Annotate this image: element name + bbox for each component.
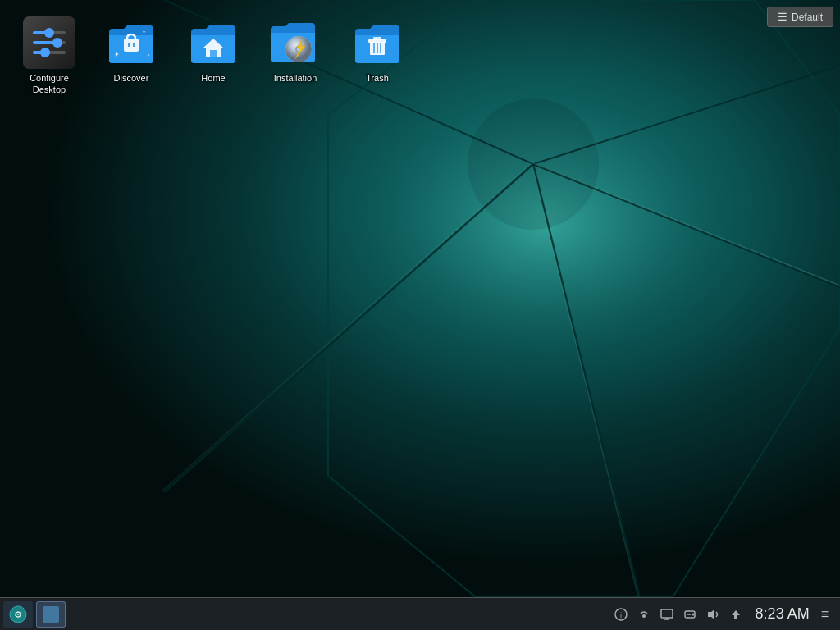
svg-rect-47 <box>661 609 673 618</box>
configure-desktop-label: Configure Desktop <box>30 72 69 96</box>
system-clock[interactable]: 8:23 AM <box>756 605 810 623</box>
taskbar-app-button[interactable] <box>36 601 66 628</box>
display-tray-icon[interactable] <box>659 606 675 623</box>
svg-rect-23 <box>124 39 139 52</box>
start-button[interactable]: ⚙ <box>3 601 33 628</box>
home-label: Home <box>201 72 225 84</box>
taskbar-right: i <box>613 605 840 623</box>
volume-tray-icon[interactable] <box>705 606 721 623</box>
svg-text:✦: ✦ <box>142 30 146 34</box>
arrow-up-tray-icon[interactable] <box>728 606 744 623</box>
svg-text:✦: ✦ <box>114 51 120 58</box>
svg-text:✦: ✦ <box>147 52 150 57</box>
svg-point-22 <box>40 48 50 57</box>
taskbar-menu-icon[interactable]: ≡ <box>816 607 833 622</box>
svg-text:i: i <box>620 611 622 619</box>
installation-label: Installation <box>274 72 317 84</box>
taskbar-apps <box>33 601 613 628</box>
svg-point-19 <box>52 38 62 48</box>
default-button[interactable]: ☰ Default <box>767 7 833 27</box>
discover-label: Discover <box>114 72 149 84</box>
configure-desktop-img <box>23 16 75 69</box>
home-img <box>187 16 240 69</box>
svg-rect-30 <box>210 50 217 57</box>
installation-icon[interactable]: Installation <box>258 12 332 100</box>
trash-icon[interactable]: Trash <box>340 12 414 100</box>
svg-text:⚙: ⚙ <box>14 609 22 619</box>
default-label: Default <box>792 11 823 23</box>
svg-point-11 <box>468 98 599 230</box>
topbar-right: ☰ Default <box>767 7 833 27</box>
svg-rect-43 <box>43 606 59 623</box>
svg-marker-54 <box>732 610 740 619</box>
discover-icon[interactable]: ✦ ✦ ✦ Discover <box>94 12 168 100</box>
hamburger-icon: ☰ <box>778 11 788 23</box>
svg-point-16 <box>44 28 54 38</box>
taskbar-left: ⚙ <box>0 601 33 628</box>
network-tray-icon[interactable] <box>636 606 652 623</box>
svg-marker-53 <box>708 609 714 619</box>
info-tray-icon[interactable]: i <box>613 606 629 623</box>
discover-img: ✦ ✦ ✦ <box>105 16 158 69</box>
desktop-icons: Configure Desktop ✦ ✦ ✦ Discover <box>8 8 418 104</box>
taskbar: ⚙ i <box>0 597 840 630</box>
svg-point-51 <box>692 613 694 615</box>
trash-img <box>351 16 404 69</box>
storage-tray-icon[interactable] <box>682 606 698 623</box>
svg-rect-37 <box>373 37 381 40</box>
home-icon[interactable]: Home <box>176 12 250 100</box>
trash-label: Trash <box>366 72 389 84</box>
installation-img <box>269 16 322 69</box>
svg-point-46 <box>642 614 646 618</box>
configure-desktop-icon[interactable]: Configure Desktop <box>12 12 86 100</box>
